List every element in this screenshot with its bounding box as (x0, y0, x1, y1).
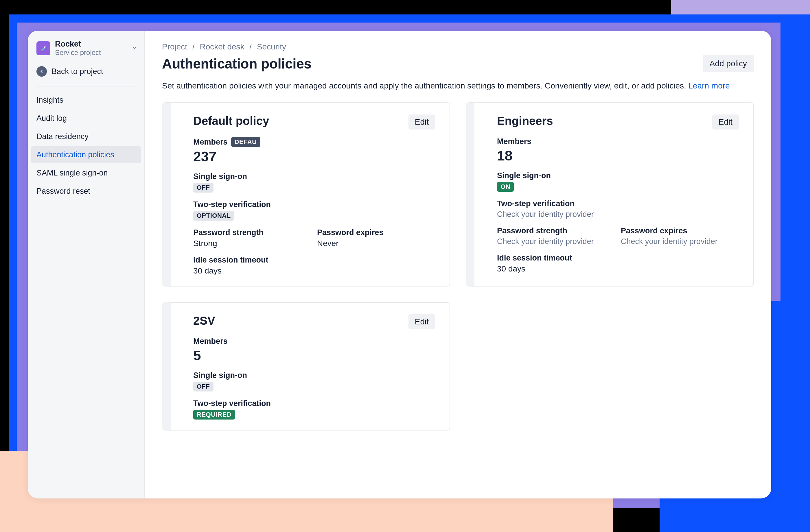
policy-title: Default policy (193, 115, 269, 128)
svg-point-0 (44, 46, 45, 48)
pw-expires-label: Password expires (317, 228, 435, 237)
sidebar-divider (35, 86, 137, 86)
app-window: Rocket Service project Back to project I… (28, 31, 771, 498)
policy-card-engineers: Engineers Edit Members 18 Single sign-on… (466, 102, 754, 286)
policy-title: 2SV (193, 314, 215, 327)
sso-status-badge: ON (497, 182, 514, 192)
pw-strength-label: Password strength (497, 227, 615, 235)
idle-label: Idle session timeout (497, 253, 739, 263)
members-label: Members (193, 337, 435, 346)
tsv-status-badge: REQUIRED (193, 410, 235, 419)
add-policy-button[interactable]: Add policy (703, 55, 754, 72)
policy-card-default: Default policy Edit Members DEFAU 237 Si… (162, 102, 450, 286)
sidebar-nav: Insights Audit log Data residency Authen… (28, 92, 144, 200)
sidebar: Rocket Service project Back to project I… (28, 31, 145, 498)
sso-label: Single sign-on (193, 172, 435, 181)
page-description: Set authentication policies with your ma… (162, 80, 754, 92)
back-link-label: Back to project (51, 67, 103, 76)
learn-more-link[interactable]: Learn more (688, 81, 730, 90)
breadcrumb-rocket-desk[interactable]: Rocket desk (200, 42, 244, 51)
sso-status-badge: OFF (193, 382, 213, 392)
back-to-project-link[interactable]: Back to project (28, 57, 144, 86)
members-label: Members (497, 137, 739, 146)
tsv-value: Check your identity provider (497, 210, 739, 219)
idle-value: 30 days (193, 266, 435, 276)
tsv-label: Two-step verification (193, 200, 435, 209)
policy-card-2sv: 2SV Edit Members 5 Single sign-on OFF Tw… (162, 302, 450, 431)
sidebar-item-password-reset[interactable]: Password reset (31, 183, 141, 200)
pw-expires-value: Check your identity provider (621, 237, 739, 246)
sidebar-item-insights[interactable]: Insights (31, 92, 141, 109)
pw-strength-label: Password strength (193, 228, 311, 237)
idle-value: 30 days (497, 264, 739, 273)
main-content: Project / Rocket desk / Security Authent… (145, 31, 771, 498)
tsv-label: Two-step verification (497, 199, 739, 208)
pw-expires-label: Password expires (621, 227, 739, 235)
project-switcher[interactable]: Rocket Service project (28, 39, 144, 57)
members-label: Members (193, 138, 228, 147)
breadcrumb-project[interactable]: Project (162, 42, 187, 51)
members-count: 18 (497, 148, 739, 164)
sidebar-item-audit-log[interactable]: Audit log (31, 110, 141, 127)
edit-policy-button[interactable]: Edit (712, 115, 739, 130)
sso-label: Single sign-on (193, 371, 435, 380)
breadcrumb-security[interactable]: Security (257, 42, 286, 51)
idle-label: Idle session timeout (193, 255, 435, 265)
edit-policy-button[interactable]: Edit (408, 314, 435, 329)
pw-strength-value: Check your identity provider (497, 237, 615, 246)
default-badge: DEFAU (231, 137, 260, 147)
policy-cards: Default policy Edit Members DEFAU 237 Si… (162, 102, 754, 431)
sidebar-item-data-residency[interactable]: Data residency (31, 128, 141, 145)
policy-title: Engineers (497, 115, 553, 128)
tsv-label: Two-step verification (193, 399, 435, 408)
sidebar-item-saml-sso[interactable]: SAML single sign-on (31, 165, 141, 182)
sso-label: Single sign-on (497, 171, 739, 180)
arrow-left-icon (36, 66, 47, 77)
members-count: 5 (193, 348, 435, 363)
rocket-icon (36, 41, 50, 55)
sidebar-item-authentication-policies[interactable]: Authentication policies (31, 146, 141, 163)
pw-strength-value: Strong (193, 239, 311, 248)
page-title: Authentication policies (162, 56, 311, 72)
members-count: 237 (193, 149, 435, 165)
breadcrumb: Project / Rocket desk / Security (162, 42, 754, 51)
project-name: Rocket (55, 39, 127, 49)
chevron-down-icon (132, 45, 137, 52)
edit-policy-button[interactable]: Edit (408, 115, 435, 130)
tsv-status-badge: OPTIONAL (193, 211, 234, 221)
sso-status-badge: OFF (193, 183, 213, 193)
pw-expires-value: Never (317, 239, 435, 248)
project-subtitle: Service project (55, 49, 127, 57)
